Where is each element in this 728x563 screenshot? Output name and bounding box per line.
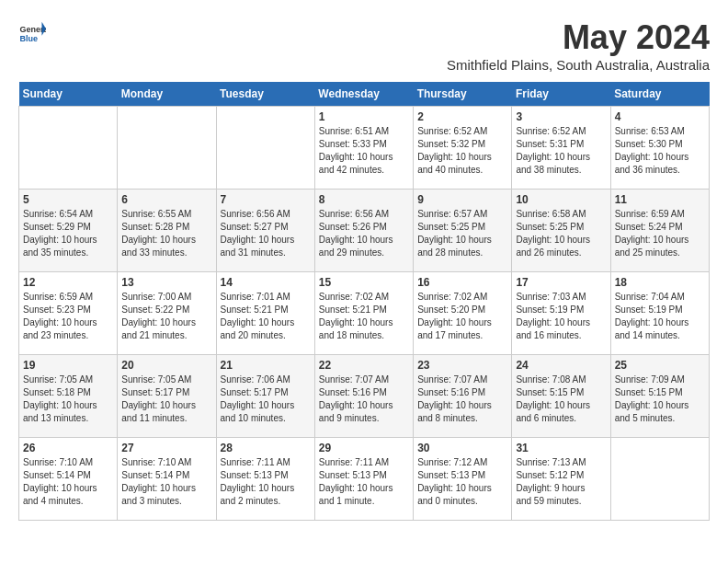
day-number: 22 (319, 359, 409, 372)
calendar-cell (216, 107, 314, 190)
calendar-cell: 8Sunrise: 6:56 AM Sunset: 5:26 PM Daylig… (314, 190, 413, 272)
day-info: Sunrise: 7:00 AM Sunset: 5:22 PM Dayligh… (121, 291, 211, 342)
week-row-1: 1Sunrise: 6:51 AM Sunset: 5:33 PM Daylig… (19, 107, 710, 190)
calendar-cell: 26Sunrise: 7:10 AM Sunset: 5:14 PM Dayli… (19, 438, 118, 521)
calendar-cell: 24Sunrise: 7:08 AM Sunset: 5:15 PM Dayli… (512, 355, 610, 438)
day-number: 29 (319, 442, 409, 454)
calendar-cell (118, 107, 216, 190)
weekday-header-saturday: Saturday (610, 82, 709, 107)
day-info: Sunrise: 6:59 AM Sunset: 5:23 PM Dayligh… (23, 291, 113, 342)
day-info: Sunrise: 7:06 AM Sunset: 5:17 PM Dayligh… (221, 373, 311, 425)
calendar-cell: 17Sunrise: 7:03 AM Sunset: 5:19 PM Dayli… (512, 272, 610, 355)
logo-icon: General Blue (18, 18, 46, 46)
day-number: 23 (417, 359, 507, 372)
calendar-cell: 1Sunrise: 6:51 AM Sunset: 5:33 PM Daylig… (314, 107, 413, 190)
day-number: 7 (221, 193, 311, 206)
calendar-cell: 21Sunrise: 7:06 AM Sunset: 5:17 PM Dayli… (216, 355, 314, 438)
calendar-cell: 25Sunrise: 7:09 AM Sunset: 5:15 PM Dayli… (610, 355, 709, 438)
weekday-header-row: SundayMondayTuesdayWednesdayThursdayFrid… (19, 82, 710, 107)
day-info: Sunrise: 7:02 AM Sunset: 5:20 PM Dayligh… (417, 291, 507, 342)
day-number: 27 (121, 442, 211, 454)
day-info: Sunrise: 7:09 AM Sunset: 5:15 PM Dayligh… (615, 373, 705, 425)
calendar-cell: 30Sunrise: 7:12 AM Sunset: 5:13 PM Dayli… (414, 438, 512, 521)
day-number: 9 (417, 193, 507, 206)
calendar-cell: 28Sunrise: 7:11 AM Sunset: 5:13 PM Dayli… (216, 438, 314, 521)
day-number: 17 (516, 276, 606, 289)
day-number: 15 (319, 276, 409, 289)
day-info: Sunrise: 7:10 AM Sunset: 5:14 PM Dayligh… (121, 456, 211, 508)
calendar-cell: 9Sunrise: 6:57 AM Sunset: 5:25 PM Daylig… (414, 190, 512, 272)
calendar-cell (19, 107, 118, 190)
day-number: 11 (615, 193, 705, 206)
day-info: Sunrise: 6:57 AM Sunset: 5:25 PM Dayligh… (417, 208, 507, 259)
week-row-5: 26Sunrise: 7:10 AM Sunset: 5:14 PM Dayli… (19, 438, 710, 521)
day-info: Sunrise: 6:56 AM Sunset: 5:27 PM Dayligh… (221, 208, 311, 259)
calendar-cell: 3Sunrise: 6:52 AM Sunset: 5:31 PM Daylig… (512, 107, 610, 190)
location-subtitle: Smithfield Plains, South Australia, Aust… (447, 57, 710, 73)
calendar-cell: 13Sunrise: 7:00 AM Sunset: 5:22 PM Dayli… (118, 272, 216, 355)
calendar-cell: 27Sunrise: 7:10 AM Sunset: 5:14 PM Dayli… (118, 438, 216, 521)
day-info: Sunrise: 7:02 AM Sunset: 5:21 PM Dayligh… (319, 291, 409, 342)
day-number: 16 (417, 276, 507, 289)
day-number: 31 (516, 442, 606, 454)
calendar-table: SundayMondayTuesdayWednesdayThursdayFrid… (18, 82, 710, 521)
day-info: Sunrise: 6:53 AM Sunset: 5:30 PM Dayligh… (615, 125, 705, 177)
day-number: 13 (121, 276, 211, 289)
title-block: May 2024 Smithfield Plains, South Austra… (447, 18, 710, 73)
day-number: 6 (121, 193, 211, 206)
day-number: 28 (221, 442, 311, 454)
day-number: 19 (23, 359, 113, 372)
day-info: Sunrise: 7:05 AM Sunset: 5:18 PM Dayligh… (23, 373, 113, 425)
page-header: General Blue May 2024 Smithfield Plains,… (18, 18, 710, 73)
calendar-cell: 12Sunrise: 6:59 AM Sunset: 5:23 PM Dayli… (19, 272, 118, 355)
day-info: Sunrise: 7:07 AM Sunset: 5:16 PM Dayligh… (319, 373, 409, 425)
calendar-cell: 16Sunrise: 7:02 AM Sunset: 5:20 PM Dayli… (414, 272, 512, 355)
day-info: Sunrise: 7:12 AM Sunset: 5:13 PM Dayligh… (417, 456, 507, 508)
day-info: Sunrise: 7:07 AM Sunset: 5:16 PM Dayligh… (417, 373, 507, 425)
weekday-header-sunday: Sunday (19, 82, 118, 107)
calendar-cell: 14Sunrise: 7:01 AM Sunset: 5:21 PM Dayli… (216, 272, 314, 355)
day-number: 12 (23, 276, 113, 289)
day-number: 5 (23, 193, 113, 206)
calendar-cell: 5Sunrise: 6:54 AM Sunset: 5:29 PM Daylig… (19, 190, 118, 272)
calendar-cell: 15Sunrise: 7:02 AM Sunset: 5:21 PM Dayli… (314, 272, 413, 355)
day-number: 10 (516, 193, 606, 206)
weekday-header-friday: Friday (512, 82, 610, 107)
weekday-header-thursday: Thursday (414, 82, 512, 107)
week-row-3: 12Sunrise: 6:59 AM Sunset: 5:23 PM Dayli… (19, 272, 710, 355)
day-info: Sunrise: 7:01 AM Sunset: 5:21 PM Dayligh… (221, 291, 311, 342)
calendar-cell: 7Sunrise: 6:56 AM Sunset: 5:27 PM Daylig… (216, 190, 314, 272)
calendar-cell: 6Sunrise: 6:55 AM Sunset: 5:28 PM Daylig… (118, 190, 216, 272)
calendar-cell: 31Sunrise: 7:13 AM Sunset: 5:12 PM Dayli… (512, 438, 610, 521)
day-info: Sunrise: 7:10 AM Sunset: 5:14 PM Dayligh… (23, 456, 113, 508)
day-info: Sunrise: 7:13 AM Sunset: 5:12 PM Dayligh… (516, 456, 606, 508)
day-number: 20 (121, 359, 211, 372)
day-number: 2 (417, 110, 507, 123)
day-info: Sunrise: 7:11 AM Sunset: 5:13 PM Dayligh… (221, 456, 311, 508)
weekday-header-wednesday: Wednesday (314, 82, 413, 107)
month-title: May 2024 (447, 18, 710, 57)
calendar-cell: 20Sunrise: 7:05 AM Sunset: 5:17 PM Dayli… (118, 355, 216, 438)
calendar-cell: 4Sunrise: 6:53 AM Sunset: 5:30 PM Daylig… (610, 107, 709, 190)
calendar-cell: 23Sunrise: 7:07 AM Sunset: 5:16 PM Dayli… (414, 355, 512, 438)
day-number: 26 (23, 442, 113, 454)
calendar-cell: 11Sunrise: 6:59 AM Sunset: 5:24 PM Dayli… (610, 190, 709, 272)
svg-text:Blue: Blue (20, 34, 39, 43)
day-info: Sunrise: 6:51 AM Sunset: 5:33 PM Dayligh… (319, 125, 409, 177)
week-row-2: 5Sunrise: 6:54 AM Sunset: 5:29 PM Daylig… (19, 190, 710, 272)
day-info: Sunrise: 6:56 AM Sunset: 5:26 PM Dayligh… (319, 208, 409, 259)
day-number: 21 (221, 359, 311, 372)
day-info: Sunrise: 6:52 AM Sunset: 5:31 PM Dayligh… (516, 125, 606, 177)
weekday-header-tuesday: Tuesday (216, 82, 314, 107)
day-info: Sunrise: 6:54 AM Sunset: 5:29 PM Dayligh… (23, 208, 113, 259)
calendar-cell (610, 438, 709, 521)
day-number: 18 (615, 276, 705, 289)
calendar-cell: 2Sunrise: 6:52 AM Sunset: 5:32 PM Daylig… (414, 107, 512, 190)
calendar-cell: 10Sunrise: 6:58 AM Sunset: 5:25 PM Dayli… (512, 190, 610, 272)
day-number: 4 (615, 110, 705, 123)
day-info: Sunrise: 6:59 AM Sunset: 5:24 PM Dayligh… (615, 208, 705, 259)
weekday-header-monday: Monday (118, 82, 216, 107)
day-info: Sunrise: 6:52 AM Sunset: 5:32 PM Dayligh… (417, 125, 507, 177)
day-info: Sunrise: 7:03 AM Sunset: 5:19 PM Dayligh… (516, 291, 606, 342)
day-info: Sunrise: 6:55 AM Sunset: 5:28 PM Dayligh… (121, 208, 211, 259)
